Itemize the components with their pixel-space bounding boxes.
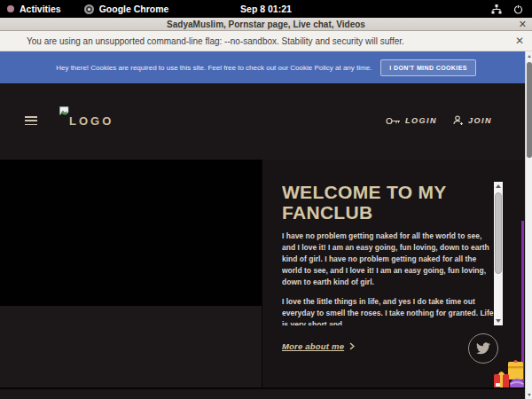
header-nav: LOGIN JOIN: [386, 115, 492, 126]
power-icon[interactable]: [513, 4, 523, 14]
screen: Activities Google Chrome Sep 8 01:21 Sad…: [0, 0, 532, 399]
logo-text: LOGO: [69, 114, 113, 128]
join-label: JOIN: [468, 116, 492, 125]
welcome-scrollbar[interactable]: [494, 182, 503, 325]
desktop-top-bar: Activities Google Chrome Sep 8 01:21: [0, 0, 532, 18]
chevron-right-icon: [349, 342, 355, 350]
scroll-down-icon[interactable]: [494, 317, 503, 325]
hamburger-menu-icon[interactable]: [25, 116, 37, 125]
join-button[interactable]: JOIN: [453, 115, 492, 126]
broken-image-icon: [59, 106, 69, 116]
welcome-title: WELCOME TO MY FANCLUB: [282, 182, 494, 223]
welcome-paragraph: I have no problem getting naked for all …: [282, 231, 494, 288]
accept-cookies-button[interactable]: I DON'T MIND COOKIES: [380, 59, 475, 76]
webpage: LOGO LOGIN JOIN: [0, 83, 532, 399]
browser-scrollbar[interactable]: [525, 51, 532, 399]
lower-left-section: [0, 306, 262, 387]
scroll-down-icon[interactable]: [526, 390, 532, 399]
app-name-label: Google Chrome: [99, 4, 169, 14]
twitter-icon: [476, 342, 490, 355]
login-button[interactable]: LOGIN: [386, 116, 437, 125]
key-icon: [386, 117, 401, 125]
notification-dot-icon: [7, 5, 14, 12]
twitter-link[interactable]: [468, 333, 498, 364]
more-about-row: More about me: [282, 341, 355, 351]
clock[interactable]: Sep 8 01:21: [0, 4, 532, 14]
window-title-bar[interactable]: SadyaMuslim, Pornstar page, Live chat, V…: [0, 18, 532, 31]
window-title: SadyaMuslim, Pornstar page, Live chat, V…: [167, 20, 365, 29]
site-logo[interactable]: LOGO: [59, 106, 112, 131]
welcome-panel: WELCOME TO MY FANCLUB I have no problem …: [262, 160, 525, 387]
login-label: LOGIN: [405, 116, 437, 125]
add-user-icon: [453, 115, 464, 126]
window-close-icon[interactable]: ✕: [519, 18, 527, 31]
cookie-message: Hey there! Cookies are required to use t…: [56, 64, 372, 72]
next-section-strip: [0, 389, 532, 399]
chrome-infobar: You are using an unsupported command-lin…: [0, 31, 532, 51]
browser-scrollbar-thumb[interactable]: [527, 62, 532, 158]
site-header: LOGO LOGIN JOIN: [0, 83, 532, 160]
infobar-message: You are using an unsupported command-lin…: [0, 36, 404, 46]
scroll-up-icon[interactable]: [494, 182, 503, 191]
infobar-close-icon[interactable]: ✕: [515, 35, 524, 47]
more-about-me-link[interactable]: More about me: [282, 341, 344, 351]
app-menu-google-chrome[interactable]: Google Chrome: [84, 4, 169, 14]
welcome-scroll-area[interactable]: WELCOME TO MY FANCLUB I have no problem …: [282, 182, 494, 325]
network-tree-icon[interactable]: [491, 4, 502, 14]
activities-button[interactable]: Activities: [0, 4, 61, 14]
activities-label: Activities: [20, 4, 61, 14]
scroll-up-icon[interactable]: [526, 51, 532, 60]
welcome-paragraph: I love the little things in life, and ye…: [282, 296, 494, 325]
cookie-notice-bar: Hey there! Cookies are required to use t…: [0, 51, 532, 83]
system-tray[interactable]: [491, 4, 532, 14]
profile-media-block[interactable]: [0, 160, 262, 306]
welcome-scrollbar-thumb[interactable]: [495, 192, 502, 274]
chrome-icon: [84, 4, 94, 14]
